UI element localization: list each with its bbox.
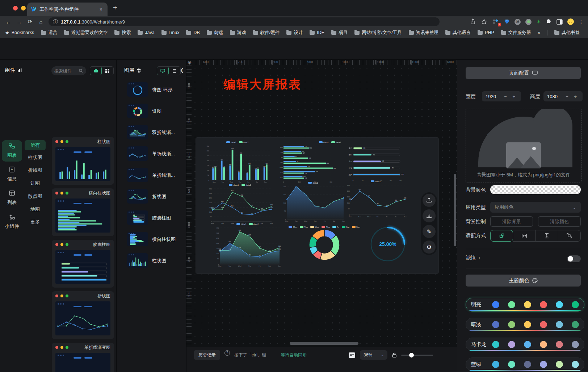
bookmark-item[interactable]: IDE bbox=[310, 30, 324, 36]
layer-item-1[interactable]: 饼图 bbox=[117, 104, 186, 124]
bookmark-item[interactable]: 网站/博客/文章/工具 bbox=[354, 30, 402, 36]
zoom-select[interactable]: 36%⌄ bbox=[360, 350, 387, 360]
bookmark-item[interactable]: Linux bbox=[161, 30, 180, 36]
theme-row-1[interactable]: 暗淡 bbox=[466, 318, 584, 331]
collapse-panel-icon[interactable]: ❮ bbox=[180, 67, 184, 73]
category-6[interactable]: 更多 bbox=[25, 219, 46, 225]
browser-tab[interactable]: 工作空间-各种组件 × bbox=[27, 3, 108, 16]
background-upload-dropzone[interactable]: ☁ ☁ 背景图需小于 5M，格式为 png/jpg/gif 的文件 bbox=[466, 109, 581, 183]
theme-row-0[interactable]: 明亮 bbox=[466, 298, 584, 312]
layer-item-5[interactable]: 折线图 bbox=[117, 189, 186, 209]
category-2[interactable]: 折线图 bbox=[25, 167, 46, 174]
component-card-bars[interactable]: 柱状图 bbox=[52, 137, 114, 185]
component-search[interactable] bbox=[51, 66, 86, 75]
bookmark-item[interactable]: 设计 bbox=[286, 30, 303, 36]
category-1[interactable]: 柱状图 bbox=[25, 154, 46, 161]
extensions-puzzle-icon[interactable] bbox=[546, 19, 552, 25]
new-tab-button[interactable]: + bbox=[113, 4, 117, 11]
bookmark-item[interactable]: 近期需要读的文章 bbox=[64, 30, 108, 36]
theme-row-3[interactable]: 蓝绿 bbox=[466, 358, 584, 371]
extension-devtools-icon[interactable]: 9 bbox=[492, 18, 499, 25]
extension-gem-icon[interactable] bbox=[504, 19, 510, 25]
tab-close-icon[interactable]: × bbox=[98, 7, 104, 12]
fit-height-button[interactable] bbox=[536, 230, 558, 242]
bookmark-item[interactable]: DB bbox=[186, 30, 200, 36]
sidebar-icon[interactable] bbox=[556, 19, 563, 25]
single-view-button[interactable] bbox=[90, 66, 102, 75]
console-panel-icon[interactable] bbox=[348, 352, 356, 358]
edit-button[interactable]: ✎ bbox=[423, 225, 436, 238]
component-card-capsule[interactable]: 胶囊柱图 bbox=[52, 240, 114, 288]
settings-button[interactable]: ⚙ bbox=[423, 241, 436, 254]
width-input[interactable]: 1920− + bbox=[482, 91, 521, 101]
bookmark-item[interactable]: 资讯未整理 bbox=[409, 30, 439, 36]
height-input[interactable]: 1080− + bbox=[543, 91, 583, 101]
bookmark-item[interactable]: Java bbox=[138, 30, 154, 36]
chart-line-chart-dual[interactable]: data1data2050100150200250300350MonTueWed… bbox=[207, 183, 273, 226]
reload-icon[interactable]: ⟳ bbox=[25, 18, 35, 25]
bookmarks-overflow-button[interactable]: » bbox=[538, 30, 540, 35]
category-4[interactable]: 散点图 bbox=[25, 193, 46, 200]
category-5[interactable]: 地图 bbox=[25, 206, 46, 213]
layer-item-3[interactable]: 单折线渐... bbox=[117, 146, 186, 167]
component-card-hbars[interactable]: 横向柱状图 bbox=[52, 188, 114, 236]
address-bar[interactable]: i 127.0.0.1:3000/#/chart/home/9 bbox=[49, 17, 440, 26]
chart-line-chart-gradient[interactable]: data1050100150200MonTueWedThuFriSatSun bbox=[281, 181, 345, 224]
chart-line-chart-single[interactable]: data1050100150200250MonTueWedThuFriSatSu… bbox=[345, 180, 407, 220]
site-info-icon[interactable]: i bbox=[53, 19, 58, 24]
fit-scale-button[interactable] bbox=[490, 230, 513, 242]
layer-item-7[interactable]: 横向柱状图 bbox=[117, 232, 186, 252]
chart-gauge-chart[interactable]: 25.00% bbox=[368, 225, 407, 264]
clear-background-button[interactable]: 清除背景 bbox=[490, 216, 533, 227]
history-button[interactable]: 历史记录 bbox=[194, 350, 220, 360]
sidebar-item-widgets[interactable]: 小组件 bbox=[2, 214, 22, 230]
horizontal-scrollbar[interactable] bbox=[290, 342, 358, 345]
category-3[interactable]: 饼图 bbox=[25, 180, 46, 187]
dashboard-title-text[interactable]: 编辑大屏报表 bbox=[223, 76, 302, 93]
thumbnail-view-button[interactable] bbox=[157, 66, 169, 75]
vertical-scrollbar[interactable] bbox=[454, 174, 456, 246]
grid-view-button[interactable] bbox=[101, 67, 113, 75]
chart-bar-chart[interactable]: data1data2050100150200250300350120130Mon… bbox=[205, 141, 270, 185]
sidebar-item-charts[interactable]: 图表 bbox=[2, 140, 22, 162]
lock-icon[interactable] bbox=[392, 352, 397, 358]
chart-area-chart-dual[interactable]: data1data2050100150200250300350MonTueWed… bbox=[214, 222, 281, 269]
bookmark-item[interactable]: 软件/硬件 bbox=[253, 30, 280, 36]
sidebar-item-list[interactable]: 列表 bbox=[2, 190, 22, 206]
sidebar-item-info[interactable]: A信息 bbox=[2, 167, 22, 182]
traffic-minimize-button[interactable] bbox=[21, 6, 26, 11]
list-view-button[interactable] bbox=[168, 67, 180, 75]
import-button[interactable] bbox=[423, 209, 436, 222]
menu-dots-icon[interactable]: ⋮ bbox=[579, 19, 584, 25]
bookmark-item[interactable]: 搜索 bbox=[114, 30, 131, 36]
back-icon[interactable]: ← bbox=[3, 19, 14, 25]
bookmark-item[interactable]: 其他语言 bbox=[445, 30, 471, 36]
filter-toggle[interactable] bbox=[567, 255, 581, 262]
editor-canvas[interactable]: ◉ 6007008009001000110012001300 200300400… bbox=[186, 60, 457, 372]
category-0[interactable]: 所有 bbox=[25, 140, 46, 150]
bookmark-item[interactable]: 前端 bbox=[207, 30, 223, 36]
bookmark-item[interactable]: 游戏 bbox=[230, 30, 246, 36]
component-card-line2[interactable]: 折线图 bbox=[52, 291, 114, 339]
layer-item-4[interactable]: 单折线渐... bbox=[117, 168, 186, 188]
bookmark-item[interactable]: 项目 bbox=[331, 30, 348, 36]
extension-cmd-icon[interactable]: ⌘ bbox=[514, 19, 521, 25]
home-icon[interactable]: ⌂ bbox=[35, 19, 46, 25]
other-bookmarks-folder[interactable]: 其他书签 bbox=[554, 30, 580, 36]
profile-avatar[interactable] bbox=[567, 18, 574, 25]
bookmark-item[interactable]: PHP bbox=[478, 30, 494, 36]
dashboard-plate[interactable]: data1data2050100150200250300350120130Mon… bbox=[196, 138, 438, 273]
share-icon[interactable] bbox=[470, 18, 476, 25]
bookmarks-manager[interactable]: ★ Bookmarks bbox=[5, 30, 34, 35]
extension-star-icon[interactable]: ✶ bbox=[536, 18, 541, 25]
fit-stretch-button[interactable] bbox=[558, 230, 581, 242]
layer-item-8[interactable]: 柱状图 bbox=[117, 253, 186, 273]
extension-dot-icon[interactable] bbox=[525, 19, 532, 25]
slider-knob[interactable] bbox=[409, 353, 414, 358]
chart-horizontal-bar-chart[interactable]: data1data20100200300130160Sun110117Sat70… bbox=[278, 141, 344, 185]
traffic-close-button[interactable] bbox=[13, 6, 18, 11]
help-icon[interactable]: ? bbox=[224, 350, 230, 356]
theme-row-2[interactable]: 马卡龙 bbox=[466, 338, 584, 351]
stepper-buttons[interactable]: − + bbox=[566, 94, 579, 99]
bg-color-swatch[interactable] bbox=[490, 185, 581, 194]
